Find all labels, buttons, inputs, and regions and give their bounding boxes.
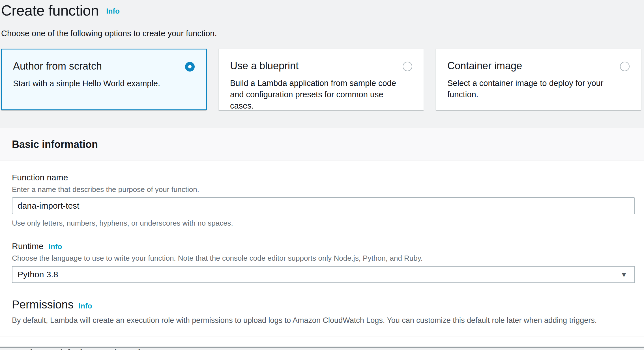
radio-use-a-blueprint[interactable] xyxy=(403,62,412,71)
runtime-field: Runtime Info Choose the language to use … xyxy=(12,241,635,283)
function-name-label: Function name xyxy=(12,172,635,183)
card-description: Start with a simple Hello World example. xyxy=(13,78,180,89)
page-subtitle: Choose one of the following options to c… xyxy=(1,29,644,38)
runtime-label: Runtime xyxy=(12,241,44,251)
card-title: Author from scratch xyxy=(13,60,195,73)
permissions-info-link[interactable]: Info xyxy=(79,302,92,310)
runtime-info-link[interactable]: Info xyxy=(49,242,62,251)
runtime-selected-value: Python 3.8 xyxy=(18,270,58,279)
function-name-input[interactable] xyxy=(12,197,635,214)
card-title: Container image xyxy=(447,59,630,72)
divider xyxy=(0,336,644,336)
creation-option-cards: Author from scratch Start with a simple … xyxy=(1,49,644,110)
permissions-section: Permissions Info By default, Lambda will… xyxy=(12,298,635,325)
card-container-image[interactable]: Container image Select a container image… xyxy=(435,49,641,110)
runtime-select[interactable]: Python 3.8 ▼ xyxy=(12,266,635,283)
radio-container-image[interactable] xyxy=(620,62,630,71)
basic-information-heading: Basic information xyxy=(12,139,98,150)
card-title: Use a blueprint xyxy=(230,59,412,72)
card-author-from-scratch[interactable]: Author from scratch Start with a simple … xyxy=(1,49,207,110)
chevron-down-icon: ▼ xyxy=(620,271,628,278)
function-name-description: Enter a name that describes the purpose … xyxy=(12,185,635,194)
expander-label: Change default execution role xyxy=(24,348,145,350)
basic-information-form: Function name Enter a name that describe… xyxy=(0,161,644,347)
function-name-constraint: Use only letters, numbers, hyphens, or u… xyxy=(12,219,635,228)
permissions-heading: Permissions xyxy=(12,298,74,311)
permissions-description: By default, Lambda will create an execut… xyxy=(12,316,635,325)
page-title-info-link[interactable]: Info xyxy=(106,7,120,16)
basic-information-section-header: Basic information xyxy=(0,128,644,161)
runtime-description: Choose the language to use to write your… xyxy=(12,254,635,263)
page-title: Create function xyxy=(1,2,99,19)
page-header: Create function Info Choose one of the f… xyxy=(0,0,644,38)
card-use-a-blueprint[interactable]: Use a blueprint Build a Lambda applicati… xyxy=(218,49,424,110)
function-name-field: Function name Enter a name that describe… xyxy=(12,172,635,228)
card-description: Build a Lambda application from sample c… xyxy=(230,77,397,111)
radio-author-from-scratch[interactable] xyxy=(185,62,195,72)
card-description: Select a container image to deploy for y… xyxy=(447,77,614,100)
